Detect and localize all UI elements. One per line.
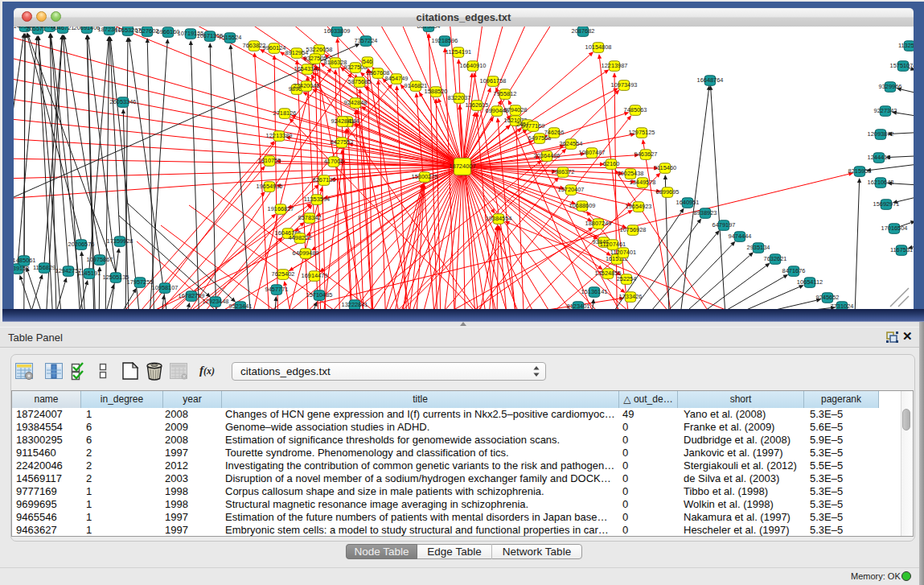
svg-text:19218596: 19218596 [432, 37, 458, 44]
svg-text:53226058: 53226058 [306, 46, 333, 53]
svg-text:10654112: 10654112 [797, 278, 823, 286]
svg-text:1156829: 1156829 [33, 264, 55, 271]
svg-text:7515524: 7515524 [219, 34, 242, 41]
svg-text:23420046: 23420046 [294, 82, 320, 89]
svg-text:6479197: 6479197 [713, 221, 736, 229]
svg-text:1527602: 1527602 [136, 27, 159, 35]
svg-text:62160: 62160 [603, 160, 620, 167]
svg-text:2718126: 2718126 [273, 109, 297, 117]
svg-text:2087682: 2087682 [572, 27, 595, 35]
svg-text:1640951: 1640951 [676, 199, 700, 206]
svg-text:1733426: 1733426 [619, 293, 643, 300]
svg-text:4498222: 4498222 [289, 234, 312, 241]
svg-text:1485061: 1485061 [14, 257, 35, 264]
svg-text:8267130: 8267130 [313, 176, 336, 183]
svg-text:16033809: 16033809 [324, 27, 351, 35]
svg-text:1132501: 1132501 [898, 42, 914, 49]
svg-text:11207401: 11207401 [610, 249, 636, 256]
svg-text:9227342: 9227342 [874, 107, 897, 114]
svg-text:8813054: 8813054 [417, 27, 441, 30]
svg-text:7632621: 7632621 [764, 255, 787, 262]
svg-text:1167531: 1167531 [890, 246, 913, 253]
svg-text:11353594: 11353594 [304, 196, 330, 203]
svg-text:12505135: 12505135 [103, 274, 129, 281]
svg-text:9457771: 9457771 [265, 286, 289, 293]
svg-text:10958107: 10958107 [152, 284, 179, 291]
svg-text:17957255: 17957255 [127, 278, 154, 286]
svg-text:15300275: 15300275 [412, 173, 438, 180]
svg-text:3624554: 3624554 [560, 140, 583, 147]
svg-text:10973493: 10973493 [611, 81, 638, 89]
svg-text:11254191: 11254191 [446, 48, 471, 56]
svg-text:64099489: 64099489 [293, 249, 319, 257]
svg-text:19654935: 19654935 [257, 183, 283, 190]
svg-text:1145191: 1145191 [78, 270, 101, 277]
svg-text:9960124: 9960124 [263, 44, 286, 51]
svg-text:16640910: 16640910 [460, 62, 487, 69]
svg-text:19384554: 19384554 [486, 215, 512, 222]
svg-text:12213987: 12213987 [602, 62, 628, 69]
svg-text:9523441: 9523441 [229, 303, 253, 309]
svg-text:16210643: 16210643 [868, 179, 894, 186]
svg-text:16648764: 16648764 [697, 76, 724, 84]
svg-text:546: 546 [363, 58, 372, 65]
svg-text:17016504: 17016504 [881, 225, 908, 232]
svg-text:15710485: 15710485 [306, 291, 333, 299]
svg-text:9242841: 9242841 [331, 117, 355, 125]
svg-text:12975125: 12975125 [629, 129, 655, 136]
svg-text:8427552: 8427552 [331, 138, 354, 146]
svg-text:7485063: 7485063 [624, 106, 647, 113]
svg-text:7955812: 7955812 [494, 90, 517, 97]
svg-text:20691406: 20691406 [74, 27, 101, 31]
svg-text:2935134: 2935134 [747, 244, 770, 251]
svg-text:26053346: 26053346 [110, 98, 137, 105]
svg-text:7357224: 7357224 [355, 37, 378, 44]
svg-text:12093872: 12093872 [868, 130, 894, 138]
svg-text:18807249: 18807249 [585, 220, 612, 227]
svg-text:7625402: 7625402 [272, 270, 295, 278]
svg-text:15720407: 15720407 [558, 186, 585, 193]
svg-text:20364486: 20364486 [534, 152, 561, 159]
svg-text:10961758: 10961758 [480, 77, 507, 84]
svg-text:10688609: 10688609 [569, 202, 596, 209]
svg-text:6899695: 6899695 [656, 188, 680, 196]
svg-text:15136141: 15136141 [581, 288, 608, 295]
svg-text:8471676: 8471676 [782, 267, 806, 274]
svg-text:9046721: 9046721 [51, 27, 75, 31]
svg-text:19654923: 19654923 [626, 203, 652, 210]
svg-text:1244415: 1244415 [868, 154, 891, 161]
svg-text:9329966: 9329966 [879, 83, 902, 90]
svg-text:19166827: 19166827 [268, 205, 294, 212]
svg-text:18724007: 18724007 [449, 163, 475, 170]
svg-text:9474444: 9474444 [729, 233, 752, 240]
svg-text:11207461: 11207461 [600, 241, 626, 248]
svg-text:6794028: 6794028 [504, 106, 528, 113]
svg-text:7986372: 7986372 [552, 168, 575, 175]
svg-text:1588520: 1588520 [425, 88, 448, 95]
svg-text:9463627: 9463627 [634, 150, 658, 158]
svg-text:10154808: 10154808 [585, 43, 612, 51]
svg-text:10975867: 10975867 [87, 256, 113, 263]
svg-text:417006: 417006 [324, 158, 344, 165]
svg-text:15751074: 15751074 [890, 62, 914, 69]
svg-text:12923448: 12923448 [203, 298, 229, 305]
svg-text:10807487: 10807487 [579, 149, 606, 156]
svg-text:9777169: 9777169 [522, 122, 545, 130]
svg-text:1810755: 1810755 [258, 157, 281, 164]
svg-text:5875685: 5875685 [348, 78, 372, 85]
svg-text:9115460: 9115460 [654, 164, 676, 171]
svg-text:746266: 746266 [544, 129, 565, 136]
svg-text:252254: 252254 [617, 275, 637, 282]
svg-text:16782759: 16782759 [179, 292, 205, 299]
svg-text:8215958: 8215958 [848, 167, 872, 175]
svg-text:7731024: 7731024 [831, 303, 854, 309]
svg-text:8454749: 8454749 [385, 75, 409, 82]
svg-text:9242848: 9242848 [344, 99, 368, 106]
svg-text:13449578: 13449578 [630, 179, 656, 186]
svg-text:6966160: 6966160 [157, 28, 180, 35]
svg-text:17359928: 17359928 [107, 237, 133, 245]
svg-text:10756928: 10756928 [620, 226, 647, 233]
svg-text:15692971: 15692971 [873, 200, 900, 208]
svg-text:9245652: 9245652 [816, 294, 840, 301]
svg-text:8123401: 8123401 [567, 303, 590, 309]
